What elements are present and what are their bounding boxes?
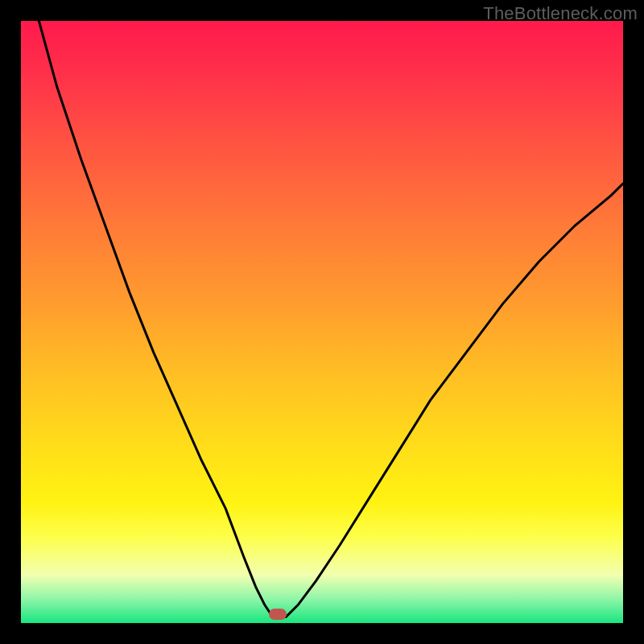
watermark-text: TheBottleneck.com [483, 3, 638, 24]
chart-frame [21, 21, 623, 623]
optimum-marker [269, 609, 287, 620]
chart-gradient-background [21, 21, 623, 623]
